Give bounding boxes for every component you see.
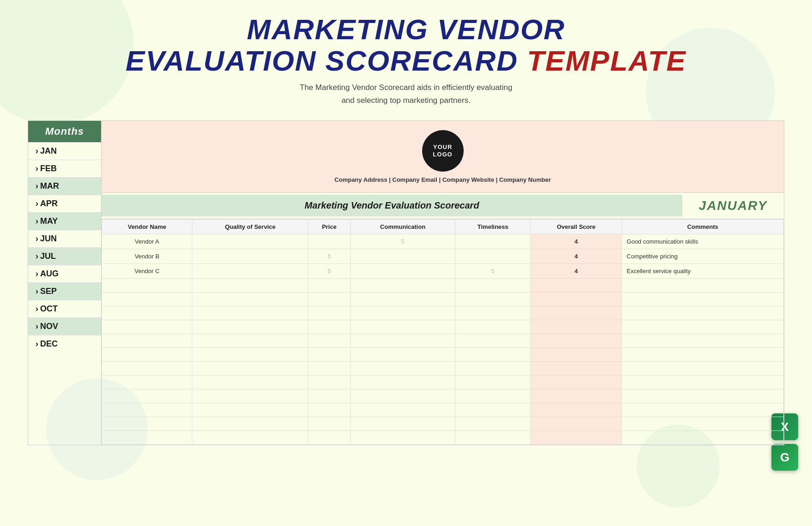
empty-score: [531, 278, 622, 292]
subtitle-line1: The Marketing Vendor Scorecard aids in e…: [300, 83, 513, 92]
empty-comments: [622, 375, 784, 389]
empty-vendor: [102, 417, 192, 430]
empty-comments: [622, 361, 784, 375]
month-label: FEB: [40, 164, 57, 173]
col-price: Price: [308, 219, 351, 234]
timeliness-cell: 5: [455, 263, 531, 278]
empty-score: [531, 375, 622, 389]
col-quality: Quality of Service: [192, 219, 308, 234]
empty-communication: [350, 361, 455, 375]
month-label: DEC: [40, 339, 58, 349]
title-line2-main: EVALUATION SCORECARD: [125, 45, 518, 77]
sidebar-item-aug[interactable]: ›AUG: [28, 265, 101, 282]
sidebar-item-dec[interactable]: ›DEC: [28, 335, 101, 353]
table-row: [102, 361, 784, 375]
company-info: Company Address | Company Email | Compan…: [334, 176, 551, 183]
table-row: [102, 320, 784, 334]
table-row: [102, 278, 784, 292]
logo-line1: YOUR: [433, 143, 453, 151]
empty-quality: [192, 417, 308, 430]
score-cell: 4: [531, 234, 622, 249]
communication-cell: [350, 263, 455, 278]
logo-line2: LOGO: [433, 151, 452, 158]
empty-score: [531, 292, 622, 306]
table-row: [102, 334, 784, 347]
month-label: JUN: [40, 234, 57, 244]
sidebar-item-jan[interactable]: ›JAN: [28, 142, 101, 160]
arrow-icon: ›: [36, 251, 38, 261]
communication-cell: [350, 249, 455, 263]
empty-timeliness: [455, 403, 531, 417]
empty-score: [531, 306, 622, 320]
sidebar-item-apr[interactable]: ›APR: [28, 195, 101, 212]
vendor-name-cell: Vendor C: [102, 263, 192, 278]
sidebar-item-oct[interactable]: ›OCT: [28, 300, 101, 317]
empty-comments: [622, 430, 784, 444]
sidebar-item-sep[interactable]: ›SEP: [28, 282, 101, 300]
arrow-icon: ›: [36, 216, 38, 226]
col-comments: Comments: [622, 219, 784, 234]
arrow-icon: ›: [36, 287, 38, 296]
table-row: [102, 375, 784, 389]
empty-vendor: [102, 430, 192, 444]
sidebar-item-feb[interactable]: ›FEB: [28, 160, 101, 177]
month-label: APR: [40, 199, 58, 209]
empty-comments: [622, 334, 784, 347]
months-header: Months: [28, 121, 101, 142]
empty-score: [531, 347, 622, 361]
table-row: Vendor A 5 4 Good communication skills: [102, 234, 784, 249]
empty-timeliness: [455, 320, 531, 334]
empty-quality: [192, 361, 308, 375]
sidebar-item-mar[interactable]: ›MAR: [28, 177, 101, 195]
empty-timeliness: [455, 347, 531, 361]
empty-communication: [350, 320, 455, 334]
empty-communication: [350, 278, 455, 292]
col-communication: Communication: [350, 219, 455, 234]
page-container: MARKETING VENDOR EVALUATION SCORECARD TE…: [0, 0, 812, 454]
empty-communication: [350, 306, 455, 320]
empty-price: [308, 389, 351, 403]
month-label: OCT: [40, 304, 58, 314]
empty-vendor: [102, 320, 192, 334]
table-row: Vendor C 5 5 4 Excellent service quality: [102, 263, 784, 278]
empty-communication: [350, 389, 455, 403]
sidebar-item-jul[interactable]: ›JUL: [28, 247, 101, 265]
empty-timeliness: [455, 417, 531, 430]
empty-quality: [192, 347, 308, 361]
sidebar-item-nov[interactable]: ›NOV: [28, 317, 101, 335]
empty-comments: [622, 403, 784, 417]
title-line2-accent: TEMPLATE: [527, 45, 687, 77]
empty-timeliness: [455, 334, 531, 347]
empty-quality: [192, 278, 308, 292]
empty-price: [308, 320, 351, 334]
sidebar-months-list: ›JAN›FEB›MAR›APR›MAY›JUN›JUL›AUG›SEP›OCT…: [28, 142, 101, 353]
arrow-icon: ›: [36, 234, 38, 244]
empty-price: [308, 430, 351, 444]
empty-score: [531, 320, 622, 334]
right-panel: YOUR LOGO Company Address | Company Emai…: [102, 120, 784, 445]
price-cell: 5: [308, 249, 351, 263]
month-label: AUG: [40, 269, 59, 279]
title-line1: MARKETING VENDOR: [28, 14, 784, 45]
price-cell: [308, 234, 351, 249]
empty-vendor: [102, 403, 192, 417]
comment-cell: Competitive pricing: [622, 249, 784, 263]
empty-comments: [622, 278, 784, 292]
arrow-icon: ›: [36, 181, 38, 191]
empty-vendor: [102, 306, 192, 320]
empty-timeliness: [455, 361, 531, 375]
empty-quality: [192, 430, 308, 444]
score-cell: 4: [531, 263, 622, 278]
empty-comments: [622, 417, 784, 430]
col-vendor-name: Vendor Name: [102, 219, 192, 234]
empty-communication: [350, 430, 455, 444]
subtitle-line2: and selecting top marketing partners.: [341, 96, 471, 105]
arrow-icon: ›: [36, 164, 38, 173]
month-label: JAN: [40, 146, 57, 156]
empty-vendor: [102, 334, 192, 347]
page-header: MARKETING VENDOR EVALUATION SCORECARD TE…: [28, 14, 784, 107]
empty-communication: [350, 347, 455, 361]
sidebar-item-jun[interactable]: ›JUN: [28, 230, 101, 247]
empty-communication: [350, 403, 455, 417]
sidebar-item-may[interactable]: ›MAY: [28, 212, 101, 230]
